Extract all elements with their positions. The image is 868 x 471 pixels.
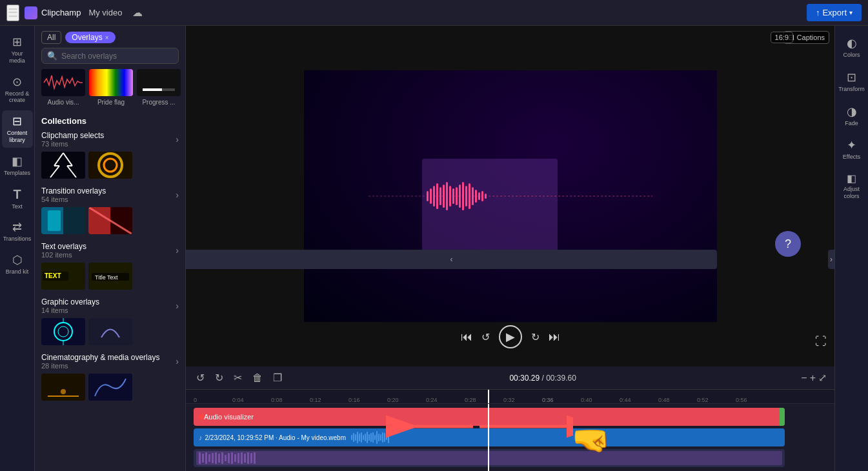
collection-name: Transition overlays: [41, 186, 106, 195]
sidebar-item-label: Templates: [4, 170, 30, 177]
content-library-icon: ⊟: [12, 114, 22, 128]
recent-item-progress[interactable]: Progress ...: [137, 69, 181, 106]
colors-icon: ◐: [847, 36, 857, 50]
copy-button[interactable]: ❐: [270, 370, 285, 385]
audio-visualizer-track[interactable]: Audio visualizer: [194, 408, 785, 426]
brand-kit-icon: ⬡: [12, 253, 23, 267]
svg-rect-35: [427, 191, 429, 201]
templates-icon: ◧: [12, 154, 23, 168]
redo-button[interactable]: ↻: [212, 370, 226, 385]
transition2-thumb-svg: [88, 207, 132, 234]
export-button[interactable]: ↑ Export ▾: [807, 4, 862, 21]
rewind-button[interactable]: ↺: [481, 331, 490, 343]
sidebar-item-text[interactable]: T Text: [2, 183, 33, 214]
delete-button[interactable]: 🗑: [250, 371, 265, 385]
captions-label: Captions: [797, 34, 825, 41]
collection-thumb[interactable]: Title Text: [88, 263, 132, 290]
sidebar-item-brand-kit[interactable]: ⬡ Brand kit: [2, 249, 33, 279]
recent-items-row: Audio vis... Pride flag Progress ...: [35, 69, 185, 112]
timeline-area: ↺ ↻ ✂ 🗑 ❐ 00:30.29 / 00:39.60 − + ⤢: [186, 366, 834, 471]
directional-arrows-svg: [379, 397, 573, 456]
collection-thumb[interactable]: [88, 152, 132, 179]
collection-thumb[interactable]: TEXT TEXT: [41, 263, 85, 290]
audio-file-track[interactable]: ♪ 2/23/2024, 10:29:52 PM · Audio - My vi…: [194, 428, 785, 446]
aspect-ratio-badge[interactable]: 16:9: [771, 32, 793, 43]
collection-header-graphic-overlays[interactable]: Graphic overlays 14 items ›: [41, 297, 179, 314]
collection-header-clipchamp-selects[interactable]: Clipchamp selects 73 items ›: [41, 131, 179, 148]
right-panel-collapse-button[interactable]: ›: [828, 250, 834, 269]
filter-close-icon[interactable]: ×: [105, 34, 109, 41]
video-bar: [218, 454, 220, 463]
collection-thumb[interactable]: [41, 318, 85, 345]
recent-item-pride-flag[interactable]: Pride flag: [89, 69, 133, 106]
right-sidebar-item-fade[interactable]: ◑ Fade: [837, 99, 867, 132]
timeline-ruler[interactable]: 0 0:04 0:08 0:12 0:16 0:20 0:24 0:28 0:3…: [186, 390, 834, 404]
video-bar: [250, 453, 252, 463]
svg-rect-29: [88, 318, 132, 345]
right-sidebar-label: Colors: [843, 52, 860, 59]
overlays-filter-label: Overlays: [72, 33, 102, 42]
video-title[interactable]: My video: [88, 8, 122, 17]
collection-expand-icon: ›: [176, 356, 179, 366]
hamburger-menu-button[interactable]: ☰: [6, 5, 19, 21]
your-media-icon: ⊞: [12, 35, 22, 49]
zoom-in-button[interactable]: +: [810, 372, 816, 384]
svg-rect-49: [472, 187, 474, 205]
right-sidebar-item-adjust-colors[interactable]: ◧ Adjust colors: [837, 167, 867, 205]
skip-to-start-button[interactable]: ⏮: [461, 330, 472, 344]
skip-to-end-button[interactable]: ⏭: [549, 330, 560, 344]
sidebar-item-templates[interactable]: ◧ Templates: [2, 150, 33, 181]
ruler-mark-56: 0:56: [736, 397, 747, 403]
current-time: 00:30.29: [509, 374, 540, 383]
fast-forward-button[interactable]: ↻: [531, 331, 540, 343]
undo-button[interactable]: ↺: [194, 370, 207, 385]
filter-overlays-button[interactable]: Overlays ×: [65, 32, 115, 43]
search-input[interactable]: [61, 52, 173, 61]
collection-header-text-overlays[interactable]: Text overlays 102 items ›: [41, 242, 179, 259]
collection-thumb[interactable]: [88, 318, 132, 345]
collection-header-cinematography[interactable]: Cinematography & media overlays 28 items…: [41, 353, 179, 370]
collection-header-transition-overlays[interactable]: Transition overlays 54 items ›: [41, 186, 179, 203]
fade-icon: ◑: [847, 105, 857, 119]
audio-waveform: [351, 431, 780, 444]
export-arrow-icon: ↑: [816, 8, 820, 17]
right-sidebar-item-transform[interactable]: ⊡ Transform: [837, 65, 867, 98]
track-resize-handle[interactable]: [780, 408, 785, 426]
sidebar-item-content-library[interactable]: ⊟ Content library: [2, 110, 33, 148]
cut-button[interactable]: ✂: [231, 370, 245, 385]
timeline-tracks: Audio visualizer ♪ 2/23/2024, 10:29:52 P…: [186, 404, 834, 471]
help-button[interactable]: ?: [775, 231, 801, 257]
video-track[interactable]: [194, 449, 785, 467]
play-pause-button[interactable]: ▶: [499, 325, 522, 348]
zoom-expand-button[interactable]: ⤢: [818, 372, 827, 384]
filter-all-button[interactable]: All: [41, 31, 61, 44]
zoom-out-button[interactable]: −: [801, 372, 807, 384]
aspect-ratio-badge-container: 16:9: [771, 31, 793, 43]
right-sidebar-item-effects[interactable]: ✦ Effects: [837, 133, 867, 166]
sidebar-item-record-create[interactable]: ⊙ Record & create: [2, 71, 33, 108]
collection-expand-icon: ›: [176, 190, 179, 200]
collection-thumb[interactable]: [88, 374, 132, 401]
right-sidebar-item-colors[interactable]: ◐ Colors: [837, 31, 867, 64]
recent-item-label: Audio vis...: [48, 99, 79, 106]
collection-thumb[interactable]: [41, 374, 85, 401]
sidebar-item-your-media[interactable]: ⊞ Your media: [2, 31, 33, 68]
collection-thumb[interactable]: [41, 207, 85, 234]
collection-name: Graphic overlays: [41, 297, 99, 306]
collapse-panel-button[interactable]: ‹: [186, 250, 717, 269]
gold-ring-thumb-svg: [88, 152, 132, 179]
recent-item-audio-vis[interactable]: Audio vis...: [41, 69, 85, 106]
transform-icon: ⊡: [847, 70, 856, 85]
topbar-right: ↑ Export ▾: [807, 4, 862, 21]
ruler-inner: 0 0:04 0:08 0:12 0:16 0:20 0:24 0:28 0:3…: [194, 390, 827, 403]
collection-name: Clipchamp selects: [41, 131, 104, 140]
app-name: Clipchamp: [41, 8, 81, 17]
search-bar[interactable]: 🔍: [41, 48, 179, 64]
collection-thumb[interactable]: [88, 207, 132, 234]
sidebar-item-transitions[interactable]: ⇄ Transitions: [2, 216, 33, 246]
collection-thumb[interactable]: [41, 152, 85, 179]
text-overlay-thumb1-svg: TEXT TEXT: [41, 263, 85, 290]
collection-thumbs: [41, 318, 179, 345]
pride-flag-thumb: [89, 69, 133, 96]
fullscreen-button[interactable]: ⛶: [815, 335, 827, 348]
